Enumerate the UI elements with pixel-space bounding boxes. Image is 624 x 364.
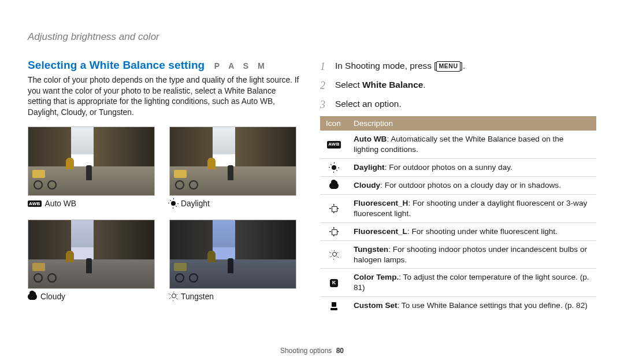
thumb-tungsten: Tungsten [169,220,299,307]
table-cell-icon [320,297,348,314]
table-cell-icon [320,158,348,176]
table-cell-icon [320,194,348,222]
table-row: AWBAuto WB: Automatically set the White … [320,131,596,158]
right-column: 1 In Shooting mode, press [MENU]. 2 Sele… [320,59,596,314]
table-cell-description: Fluorescent_H: For shooting under a dayl… [348,194,596,222]
sun-icon [330,164,338,172]
table-cell-description: Auto WB: Automatically set the White Bal… [348,131,596,158]
intro-paragraph: The color of your photo depends on the t… [28,75,299,118]
tungsten-icon [330,251,338,259]
step-text: In Shooting mode, press [MENU]. [335,59,465,75]
custom-icon [330,302,338,310]
section-heading: Selecting a White Balance setting P A S … [28,59,299,72]
table-cell-description: Cloudy: For outdoor photos on a cloudy d… [348,176,596,194]
table-cell-description: Fluorescent_L: For shooting under white … [348,222,596,240]
awb-icon: AWB [28,200,42,207]
table-row: Custom Set: To use White Balance setting… [320,297,596,314]
breadcrumb: Adjusting brightness and color [28,31,596,43]
table-row: Daylight: For outdoor photos on a sunny … [320,158,596,176]
table-cell-icon: K [320,269,348,297]
step-1: 1 In Shooting mode, press [MENU]. [320,59,596,75]
table-cell-icon: AWB [320,131,348,158]
step-3: 3 Select an option. [320,97,596,113]
fluorescent-h-icon [330,205,338,213]
footer-section: Shooting options [280,347,332,355]
mode-letters: P A S M [214,61,268,70]
table-cell-description: Tungsten: For shooting indoor photos und… [348,240,596,269]
table-cell-icon [320,240,348,269]
cloud-icon [329,183,339,189]
step-number: 3 [320,97,329,113]
step-number: 1 [320,59,329,75]
cloud-icon [28,294,37,300]
table-row: KColor Temp.: To adjust the color temper… [320,269,596,297]
icon-description-table: Icon Description AWBAuto WB: Automatical… [320,116,596,314]
table-row: Cloudy: For outdoor photos on a cloudy d… [320,176,596,194]
page-footer: Shooting options 80 [0,347,624,355]
left-column: Selecting a White Balance setting P A S … [28,59,299,314]
awb-icon: AWB [327,141,341,148]
table-cell-icon [320,222,348,240]
thumb-cloudy: Cloudy [28,220,158,307]
table-head-icon: Icon [320,116,348,131]
thumb-label: Tungsten [181,292,214,301]
thumbnail-grid: AWBAuto WB Daylight Cloudy Tungsten [28,127,299,307]
thumb-label: Cloudy [40,292,65,301]
table-cell-description: Color Temp.: To adjust the color tempera… [348,269,596,297]
table-head-description: Description [348,116,596,131]
thumb-label: Auto WB [45,199,76,208]
tungsten-icon [169,292,177,300]
thumb-daylight: Daylight [169,127,299,214]
table-cell-description: Custom Set: To use White Balance setting… [348,297,596,314]
fluorescent-l-icon [330,228,338,236]
thumb-label: Daylight [181,199,210,208]
step-text: Select an option. [335,97,402,113]
sun-icon [169,199,177,207]
step-number: 2 [320,78,329,94]
table-cell-description: Daylight: For outdoor photos on a sunny … [348,158,596,176]
table-row: Fluorescent_L: For shooting under white … [320,222,596,240]
table-row: Fluorescent_H: For shooting under a dayl… [320,194,596,222]
table-row: Tungsten: For shooting indoor photos und… [320,240,596,269]
step-2: 2 Select White Balance. [320,78,596,94]
step-text: Select White Balance. [335,78,426,94]
footer-page-number: 80 [336,347,344,355]
menu-button-icon: MENU [436,61,460,72]
table-cell-icon [320,176,348,194]
thumb-auto-wb: AWBAuto WB [28,127,158,214]
section-title: Selecting a White Balance setting [28,59,205,71]
kelvin-icon: K [330,279,338,287]
